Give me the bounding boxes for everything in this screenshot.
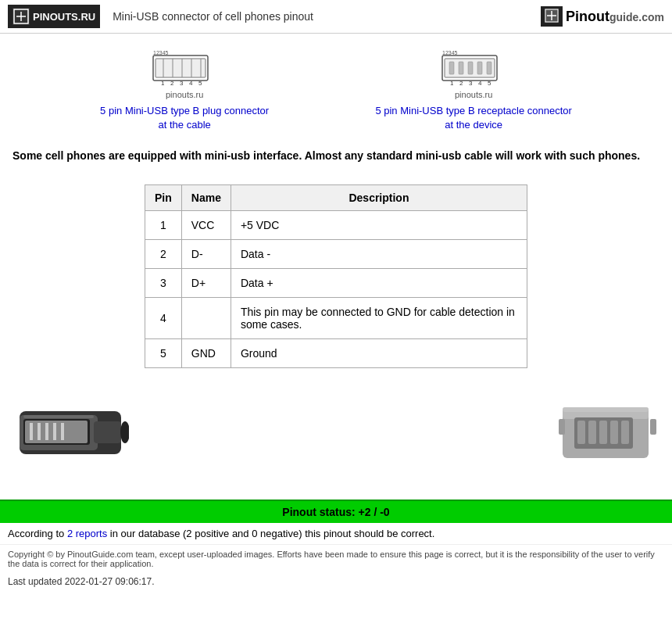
table-row: 4This pin may be connected to GND for ca… bbox=[145, 298, 527, 339]
cell-name-4 bbox=[181, 298, 231, 339]
receptacle-link-line2: at the device bbox=[445, 119, 502, 131]
status-label: Pinout status: +2 / -0 bbox=[282, 506, 389, 518]
cell-name-1: VCC bbox=[181, 211, 231, 240]
svg-text:4: 4 bbox=[478, 80, 482, 87]
plug-connector-link[interactable]: 5 pin Mini-USB type B plug connector at … bbox=[100, 104, 269, 132]
svg-rect-53 bbox=[621, 421, 629, 444]
cell-desc-4: This pin may be connected to GND for cab… bbox=[231, 298, 527, 339]
cell-desc-3: Data + bbox=[231, 269, 527, 298]
male-plug-photo bbox=[16, 392, 129, 476]
cell-pin-3: 3 bbox=[145, 269, 182, 298]
receptacle-connector-item: 1 2 3 4 5 12345 pinouts.ru 5 pin Mini-US… bbox=[375, 49, 571, 132]
site-logo: PINOUTS.RU bbox=[8, 5, 100, 28]
reports-line: According to 2 reports in our database (… bbox=[0, 523, 672, 544]
receptacle-connector-link[interactable]: 5 pin Mini-USB type B receptacle connect… bbox=[375, 104, 571, 132]
cell-desc-2: Data - bbox=[231, 240, 527, 269]
plug-link-line2: at the cable bbox=[159, 119, 211, 131]
col-pin: Pin bbox=[145, 185, 182, 211]
header-left: PINOUTS.RU Mini-USB connector of cell ph… bbox=[8, 5, 313, 28]
plug-connector-item: 1 2 3 4 5 12345 pinouts.ru 5 pin Mini-US… bbox=[100, 49, 269, 132]
cell-pin-2: 2 bbox=[145, 240, 182, 269]
col-name: Name bbox=[181, 185, 231, 211]
table-row: 2D-Data - bbox=[145, 240, 527, 269]
receptacle-site-label: pinouts.ru bbox=[438, 90, 509, 99]
svg-text:2: 2 bbox=[170, 80, 174, 87]
table-row: 1VCC+5 VDC bbox=[145, 211, 527, 240]
footer: Copyright © by PinoutGuide.com team, exc… bbox=[0, 544, 672, 573]
description-bold: Some cell phones are equipped with mini-… bbox=[13, 149, 640, 162]
plug-connector-icon: 1 2 3 4 5 12345 pinouts.ru bbox=[149, 49, 220, 99]
svg-text:5: 5 bbox=[198, 80, 202, 87]
cell-pin-5: 5 bbox=[145, 339, 182, 368]
plug-icon-svg: 1 2 3 4 5 12345 bbox=[149, 49, 220, 88]
female-receptacle-svg bbox=[559, 396, 656, 470]
header: PINOUTS.RU Mini-USB connector of cell ph… bbox=[0, 0, 672, 34]
svg-rect-54 bbox=[563, 407, 649, 412]
svg-text:2: 2 bbox=[459, 80, 463, 87]
svg-rect-23 bbox=[449, 62, 454, 74]
svg-point-44 bbox=[120, 421, 129, 443]
svg-rect-26 bbox=[477, 62, 482, 74]
svg-rect-25 bbox=[468, 62, 473, 74]
svg-rect-51 bbox=[599, 421, 607, 444]
last-updated-text: Last updated 2022-01-27 09:06:17. bbox=[8, 576, 155, 587]
plug-site-label: pinouts.ru bbox=[149, 90, 220, 99]
pinout-word: Pinout bbox=[566, 9, 609, 24]
pinout-tbody: 1VCC+5 VDC2D-Data -3D+Data +4This pin ma… bbox=[145, 211, 527, 368]
cell-pin-1: 1 bbox=[145, 211, 182, 240]
svg-text:12345: 12345 bbox=[442, 50, 458, 56]
pinout-table: Pin Name Description 1VCC+5 VDC2D-Data -… bbox=[145, 184, 527, 368]
guide-word: guide.com bbox=[609, 11, 664, 23]
svg-text:4: 4 bbox=[189, 80, 193, 87]
according-text: According to bbox=[8, 528, 67, 539]
logo-icon bbox=[13, 8, 30, 25]
table-row: 3D+Data + bbox=[145, 269, 527, 298]
svg-rect-40 bbox=[45, 423, 48, 440]
svg-rect-50 bbox=[588, 421, 596, 444]
svg-text:12345: 12345 bbox=[153, 50, 169, 56]
svg-rect-56 bbox=[650, 419, 656, 435]
svg-text:3: 3 bbox=[469, 80, 473, 87]
svg-rect-52 bbox=[610, 421, 618, 444]
table-header-row: Pin Name Description bbox=[145, 185, 527, 211]
svg-text:1: 1 bbox=[450, 80, 454, 87]
svg-rect-42 bbox=[61, 423, 64, 440]
svg-text:3: 3 bbox=[180, 80, 184, 87]
cell-desc-5: Ground bbox=[231, 339, 527, 368]
connectors-section: 1 2 3 4 5 12345 pinouts.ru 5 pin Mini-US… bbox=[0, 34, 672, 148]
last-updated: Last updated 2022-01-27 09:06:17. bbox=[0, 573, 672, 590]
plug-link-line1: 5 pin Mini-USB type B plug connector bbox=[100, 105, 269, 116]
pinoutguide-box-icon bbox=[541, 6, 563, 27]
cell-name-3: D+ bbox=[181, 269, 231, 298]
col-desc: Description bbox=[231, 185, 527, 211]
svg-rect-24 bbox=[459, 62, 463, 74]
pinout-status-bar: Pinout status: +2 / -0 bbox=[0, 500, 672, 523]
svg-text:1: 1 bbox=[161, 80, 165, 87]
cell-desc-1: +5 VDC bbox=[231, 211, 527, 240]
description-text: Some cell phones are equipped with mini-… bbox=[0, 148, 672, 177]
table-section: Pin Name Description 1VCC+5 VDC2D-Data -… bbox=[0, 177, 672, 384]
reports-suffix: in our database (2 positive and 0 negati… bbox=[107, 528, 434, 539]
svg-text:5: 5 bbox=[488, 80, 491, 87]
page-title: Mini-USB connector of cell phones pinout bbox=[113, 10, 313, 23]
cell-pin-4: 4 bbox=[145, 298, 182, 339]
svg-rect-27 bbox=[487, 62, 491, 74]
pinoutguide-logo: Pinoutguide.com bbox=[541, 6, 664, 27]
receptacle-connector-icon: 1 2 3 4 5 12345 pinouts.ru bbox=[438, 49, 509, 99]
svg-rect-49 bbox=[577, 421, 585, 444]
cell-name-5: GND bbox=[181, 339, 231, 368]
photos-section bbox=[0, 384, 672, 492]
svg-rect-38 bbox=[30, 423, 33, 440]
reports-link[interactable]: 2 reports bbox=[67, 528, 107, 539]
copyright-text: Copyright © by PinoutGuide.com team, exc… bbox=[8, 550, 655, 568]
svg-rect-39 bbox=[38, 423, 41, 440]
svg-rect-43 bbox=[94, 421, 121, 443]
svg-rect-41 bbox=[53, 423, 56, 440]
male-plug-svg bbox=[16, 392, 129, 474]
table-row: 5GNDGround bbox=[145, 339, 527, 368]
cell-name-2: D- bbox=[181, 240, 231, 269]
svg-rect-45 bbox=[23, 415, 94, 418]
receptacle-icon-svg: 1 2 3 4 5 12345 bbox=[438, 49, 509, 88]
site-name: PINOUTS.RU bbox=[33, 11, 95, 23]
receptacle-link-line1: 5 pin Mini-USB type B receptacle connect… bbox=[375, 105, 571, 116]
